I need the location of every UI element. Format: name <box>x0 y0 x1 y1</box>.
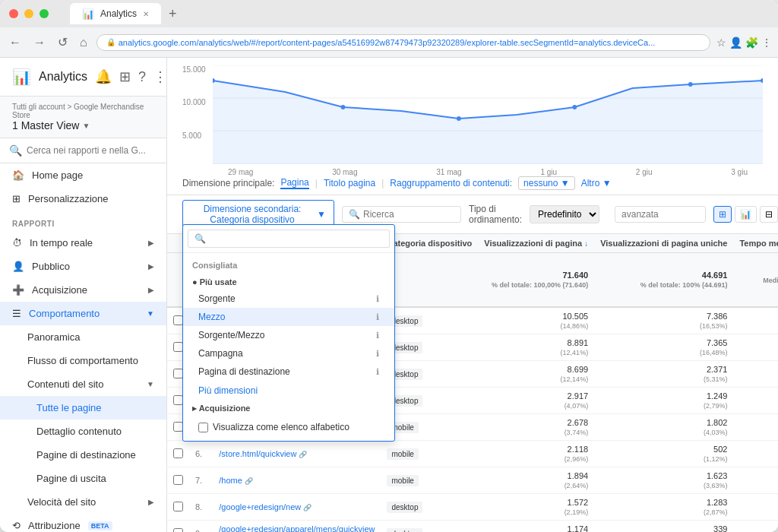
sidebar-item-label: Attribuzione <box>28 520 81 531</box>
row-page[interactable]: /store.html/quickview 🔗 <box>213 441 381 467</box>
table-search-box[interactable]: 🔍 <box>342 206 461 223</box>
page-link[interactable]: /store.html/quickview <box>219 449 296 458</box>
sidebar-item-panoramica[interactable]: Panoramica <box>0 325 166 349</box>
row-page[interactable]: /google+redesign/apparel/mens/quickview … <box>213 521 381 533</box>
sidebar-item-velocita[interactable]: Velocità del sito ▶ <box>0 490 166 514</box>
row-checkbox[interactable] <box>173 528 183 533</box>
more-button[interactable]: ⋮ <box>761 36 772 49</box>
th-categoria[interactable]: Categoria dispositivo <box>381 234 478 253</box>
expand-icon: ▶ <box>148 239 154 247</box>
totals-views-sub: % del totale: 100,00% (71.640) <box>492 281 588 289</box>
apps-button[interactable]: ⊞ <box>119 68 131 85</box>
view-name-row[interactable]: 1 Master View ▼ <box>12 119 154 131</box>
row-page[interactable]: /google+redesign/new 🔗 <box>213 494 381 521</box>
sidebar-item-personalizzazione[interactable]: ⊞ Personalizzazione <box>0 187 166 211</box>
sidebar-item-pubblico[interactable]: 👤 Pubblico ▶ <box>0 255 166 278</box>
svg-point-6 <box>457 116 461 121</box>
notifications-button[interactable]: 🔔 <box>95 68 112 85</box>
row-num: 6. <box>189 441 213 467</box>
row-checkbox[interactable] <box>173 475 183 485</box>
dropdown-item-campagna[interactable]: Campagna ℹ <box>183 344 394 363</box>
row-checkbox-cell[interactable] <box>167 494 189 521</box>
url-bar[interactable]: 🔒 analytics.google.com/analytics/web/#/r… <box>96 34 710 51</box>
minimize-button[interactable] <box>24 9 33 18</box>
table-view-button[interactable]: ⊞ <box>713 206 732 223</box>
piu-usate-label: ● Più usate <box>183 274 394 290</box>
dim-altro[interactable]: Altro ▼ <box>581 178 612 188</box>
pivot-view-button[interactable]: ⊟ <box>760 206 778 223</box>
sidebar-item-realtime[interactable]: ⏱ In tempo reale ▶ <box>0 231 166 255</box>
row-checkbox-cell[interactable] <box>167 441 189 467</box>
extension-button[interactable]: 🧩 <box>745 36 758 49</box>
sort-select[interactable]: Predefinito Pesato Assoluto <box>530 205 599 223</box>
tab-analytics[interactable]: 📊 Analytics ✕ <box>70 3 161 24</box>
item-label: Pagina di destinazione <box>198 366 290 377</box>
sidebar-item-contenuti[interactable]: Contenuti del sito ▼ <box>0 372 166 396</box>
link-icon: 🔗 <box>245 477 253 485</box>
close-button[interactable] <box>9 9 18 18</box>
dropdown-item-pagina-dest[interactable]: Pagina di destinazione ℹ <box>183 363 394 381</box>
table-search-input[interactable] <box>363 209 454 220</box>
tab-close-button[interactable]: ✕ <box>143 10 149 18</box>
page-link[interactable]: /google+redesign/new <box>219 502 301 511</box>
dim-nessuno[interactable]: nessuno ▼ <box>518 176 575 190</box>
th-views[interactable]: Visualizzazioni di pagina ↓ <box>478 234 594 253</box>
sidebar-item-attribuzione[interactable]: ⟲ Attribuzione BETA <box>0 514 166 532</box>
dim-raggruppamento[interactable]: Raggruppamento di contenuti: <box>390 178 512 188</box>
x-label: 2 giu <box>636 168 653 176</box>
sidebar-item-homepage[interactable]: 🏠 Home page <box>0 163 166 187</box>
home-button[interactable]: ⌂ <box>77 33 90 52</box>
sidebar-item-uscita[interactable]: Pagine di uscita <box>0 467 166 490</box>
dim-titolo[interactable]: Titolo pagina <box>324 178 375 188</box>
row-page[interactable]: /home 🔗 <box>213 467 381 494</box>
item-label: Campagna <box>198 348 243 359</box>
sidebar-item-comportamento[interactable]: ☰ Comportamento ▼ <box>0 302 166 325</box>
dropdown-item-sorgente[interactable]: Sorgente ℹ <box>183 290 394 308</box>
row-views: 2.678(3,74%) <box>478 414 594 441</box>
dropdown-item-mezzo[interactable]: Mezzo ℹ <box>183 308 394 326</box>
back-button[interactable]: ← <box>6 33 24 52</box>
dropdown-search-input[interactable] <box>188 230 390 248</box>
chart-view-button[interactable]: 📊 <box>735 206 757 223</box>
forward-button[interactable]: → <box>30 33 49 52</box>
info-icon: ℹ <box>376 349 379 359</box>
th-avg-time[interactable]: Tempo medio sulla pagina <box>733 234 778 253</box>
advanced-search-input[interactable] <box>615 206 706 223</box>
help-button[interactable]: ? <box>138 69 146 85</box>
dim-pagina[interactable]: Pagina <box>280 177 308 189</box>
sidebar-item-tutte-pagine[interactable]: Tutte le pagine <box>0 396 166 420</box>
profile-button[interactable]: 👤 <box>729 36 742 49</box>
maximize-button[interactable] <box>40 9 49 18</box>
more-menu-button[interactable]: ⋮ <box>153 68 167 85</box>
row-checkbox-cell[interactable] <box>167 467 189 494</box>
row-checkbox[interactable] <box>173 448 183 458</box>
row-checkbox-cell[interactable] <box>167 521 189 533</box>
search-input[interactable] <box>27 145 157 156</box>
new-tab-button[interactable]: + <box>163 6 183 22</box>
sidebar-item-destinazione[interactable]: Pagine di destinazione <box>0 443 166 467</box>
alfabetico-checkbox-row[interactable]: Visualizza come elenco alfabetico <box>183 418 394 436</box>
page-link[interactable]: /home <box>219 476 242 485</box>
chart-y-labels: 15.000 10.000 5.000 <box>182 65 213 164</box>
row-time: 00:00:57 <box>733 494 778 521</box>
y-label: 15.000 <box>182 65 213 74</box>
reload-button[interactable]: ↺ <box>55 32 71 52</box>
piu-dimensioni-link[interactable]: Più dimensioni <box>183 382 394 399</box>
category-tag: desktop <box>387 502 422 513</box>
sidebar-item-acquisizione[interactable]: ➕ Acquisizione ▶ <box>0 278 166 302</box>
page-link[interactable]: /google+redesign/apparel/mens/quickview <box>219 524 375 532</box>
sidebar-item-dettaglio[interactable]: Dettaglio contenuto <box>0 420 166 443</box>
row-num: 8. <box>189 494 213 521</box>
sidebar-item-flusso[interactable]: Flusso di comportamento <box>0 349 166 372</box>
view-dropdown-icon[interactable]: ▼ <box>82 122 90 130</box>
row-checkbox[interactable] <box>173 502 183 511</box>
url-text: analytics.google.com/analytics/web/#/rep… <box>119 38 656 47</box>
row-views: 1.894(2,64%) <box>478 467 594 494</box>
sidebar-search[interactable]: 🔍 <box>0 138 166 163</box>
bookmark-button[interactable]: ☆ <box>716 36 726 49</box>
alfabetico-checkbox[interactable] <box>198 423 208 432</box>
dropdown-item-sorgente-mezzo[interactable]: Sorgente/Mezzo ℹ <box>183 326 394 344</box>
row-category: desktop <box>381 388 478 414</box>
y-label: 5.000 <box>182 131 213 140</box>
th-unique-views[interactable]: Visualizzazioni di pagina uniche <box>594 234 733 253</box>
